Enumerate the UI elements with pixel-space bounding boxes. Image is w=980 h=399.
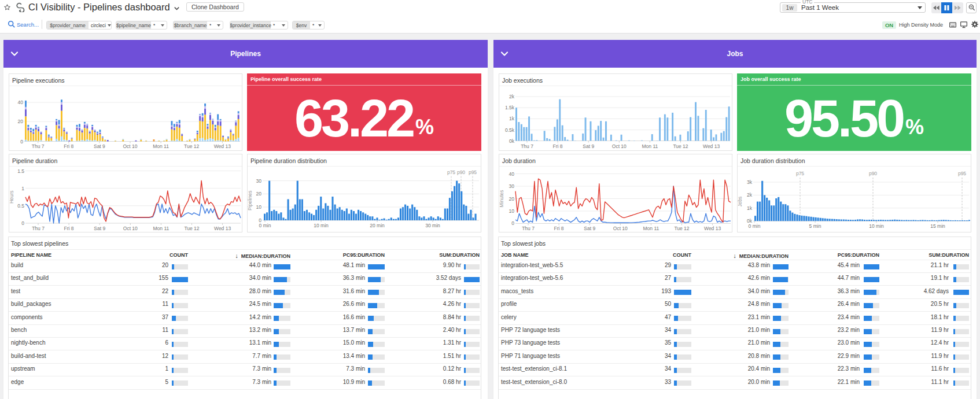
svg-text:40: 40 bbox=[509, 171, 515, 177]
svg-text:Fri 8: Fri 8 bbox=[554, 226, 564, 231]
svg-text:p95: p95 bbox=[469, 169, 477, 175]
svg-text:20: 20 bbox=[509, 196, 515, 202]
svg-text:p75: p75 bbox=[796, 171, 804, 176]
svg-text:5 min: 5 min bbox=[809, 223, 821, 229]
svg-text:Tue 12: Tue 12 bbox=[184, 143, 199, 149]
svg-text:Oct 10: Oct 10 bbox=[613, 226, 628, 231]
svg-text:p90: p90 bbox=[869, 171, 877, 176]
svg-text:0 min: 0 min bbox=[749, 223, 761, 229]
svg-text:0.5k: 0.5k bbox=[505, 127, 515, 133]
svg-text:Wed 13: Wed 13 bbox=[703, 143, 720, 149]
svg-text:Hours: Hours bbox=[9, 190, 14, 204]
svg-text:Mon 11: Mon 11 bbox=[643, 226, 660, 231]
svg-text:Oct 10: Oct 10 bbox=[612, 143, 627, 149]
svg-text:p75: p75 bbox=[447, 169, 455, 175]
svg-text:0 min: 0 min bbox=[259, 223, 271, 228]
svg-text:Minutes: Minutes bbox=[499, 190, 504, 208]
svg-text:1.5k: 1.5k bbox=[505, 105, 515, 110]
svg-text:30: 30 bbox=[509, 183, 515, 189]
svg-text:3k: 3k bbox=[747, 179, 753, 185]
svg-text:1: 1 bbox=[21, 186, 24, 191]
svg-text:p95: p95 bbox=[958, 171, 966, 176]
svg-text:0: 0 bbox=[511, 220, 514, 226]
svg-text:30: 30 bbox=[256, 178, 262, 184]
svg-text:Sat 9: Sat 9 bbox=[584, 226, 595, 231]
svg-text:Sat 9: Sat 9 bbox=[583, 143, 594, 149]
svg-text:20: 20 bbox=[18, 119, 24, 124]
svg-text:Wed 13: Wed 13 bbox=[214, 226, 231, 231]
svg-text:0.5: 0.5 bbox=[17, 203, 24, 209]
svg-text:20 min: 20 min bbox=[370, 223, 385, 228]
svg-text:20: 20 bbox=[256, 191, 262, 197]
svg-text:Oct 10: Oct 10 bbox=[123, 226, 138, 231]
svg-text:10 min: 10 min bbox=[314, 223, 329, 228]
svg-text:1.5: 1.5 bbox=[17, 168, 24, 174]
svg-text:Tue 12: Tue 12 bbox=[673, 143, 688, 149]
svg-text:10: 10 bbox=[256, 204, 262, 210]
svg-text:Sat 9: Sat 9 bbox=[94, 226, 105, 231]
svg-text:10 min: 10 min bbox=[869, 223, 884, 229]
svg-text:0: 0 bbox=[21, 220, 24, 226]
svg-text:2k: 2k bbox=[747, 192, 753, 198]
svg-text:30 min: 30 min bbox=[425, 223, 440, 228]
svg-text:Oct 10: Oct 10 bbox=[123, 143, 137, 149]
svg-text:10: 10 bbox=[509, 208, 515, 214]
svg-text:15 min: 15 min bbox=[930, 223, 945, 229]
svg-text:p90: p90 bbox=[457, 169, 465, 175]
svg-text:0k: 0k bbox=[509, 138, 515, 144]
svg-text:40: 40 bbox=[18, 99, 24, 105]
svg-text:1k: 1k bbox=[509, 116, 515, 121]
svg-text:Thu 7: Thu 7 bbox=[32, 143, 45, 149]
svg-text:Tue 12: Tue 12 bbox=[674, 226, 689, 231]
svg-text:Fri 8: Fri 8 bbox=[553, 143, 563, 149]
svg-text:0: 0 bbox=[20, 139, 23, 145]
svg-text:Pipelines: Pipelines bbox=[248, 191, 253, 211]
svg-text:Thu 7: Thu 7 bbox=[32, 226, 45, 231]
svg-text:Thu 7: Thu 7 bbox=[522, 226, 535, 231]
svg-text:1k: 1k bbox=[747, 205, 753, 211]
svg-text:Thu 7: Thu 7 bbox=[521, 143, 533, 149]
svg-text:Mon 11: Mon 11 bbox=[153, 143, 169, 149]
svg-text:Sat 9: Sat 9 bbox=[94, 143, 105, 149]
svg-text:Wed 13: Wed 13 bbox=[704, 226, 721, 231]
svg-text:Tue 12: Tue 12 bbox=[184, 226, 199, 231]
svg-text:Mon 11: Mon 11 bbox=[642, 143, 658, 149]
svg-text:Mon 11: Mon 11 bbox=[153, 226, 170, 231]
svg-text:Wed 13: Wed 13 bbox=[214, 143, 231, 149]
svg-text:2k: 2k bbox=[509, 94, 515, 99]
svg-text:Fri 8: Fri 8 bbox=[64, 226, 74, 231]
svg-text:Fri 8: Fri 8 bbox=[64, 143, 73, 149]
svg-text:Jobs: Jobs bbox=[738, 197, 743, 207]
